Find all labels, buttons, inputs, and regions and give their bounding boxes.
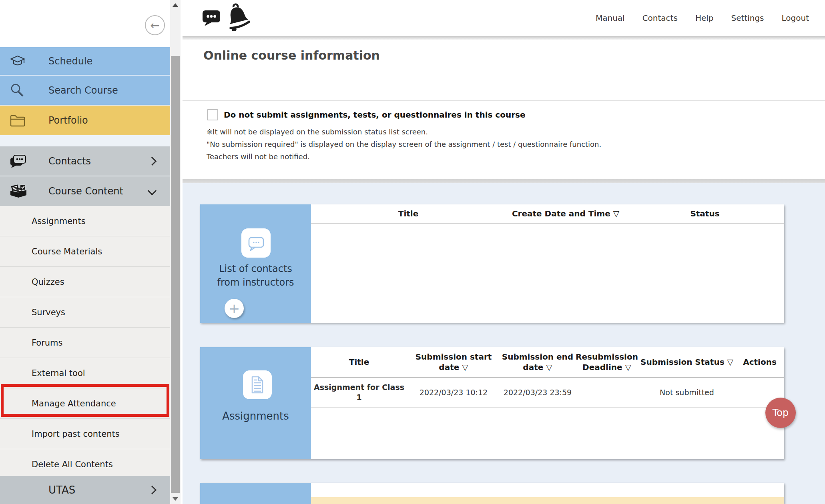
manage-attendance-highlight-box bbox=[1, 384, 169, 417]
scroll-to-top-button[interactable]: Top bbox=[765, 398, 796, 428]
sidebar-item-assignments[interactable]: Assignments bbox=[0, 206, 170, 236]
sidebar-scrollbar[interactable] bbox=[170, 0, 181, 504]
sidebar-gap bbox=[0, 135, 170, 146]
pending-row bbox=[311, 497, 784, 504]
contacts-from-instructors-card: List of contacts from instructors + Titl… bbox=[200, 204, 784, 323]
nav-help[interactable]: Help bbox=[695, 13, 714, 23]
sidebar-item-contacts[interactable]: Contacts bbox=[0, 146, 170, 176]
sub-item-label: Forums bbox=[32, 338, 63, 348]
assignment-row[interactable]: Assignment for Class 1 2022/03/23 10:12 … bbox=[311, 378, 784, 408]
options-section: Do not submit assignments, tests, or que… bbox=[183, 101, 825, 179]
content-box-icon bbox=[10, 184, 27, 198]
do-not-submit-checkbox[interactable] bbox=[207, 109, 218, 120]
col-title[interactable]: Title bbox=[311, 204, 506, 223]
screen: ← Schedule Search Course bbox=[0, 0, 825, 504]
sidebar-item-label: UTAS bbox=[48, 484, 75, 496]
plus-icon: + bbox=[229, 300, 240, 316]
cell-submission-status: Not submitted bbox=[638, 378, 735, 407]
sidebar-item-surveys[interactable]: Surveys bbox=[0, 297, 170, 328]
note-line: "No submission required" is displayed on… bbox=[207, 138, 601, 150]
sidebar: ← Schedule Search Course bbox=[0, 0, 170, 504]
chevron-right-icon bbox=[148, 156, 157, 166]
topbar-shadow bbox=[183, 36, 825, 40]
heading-section: Online course information bbox=[183, 40, 825, 101]
col-title[interactable]: Title bbox=[311, 347, 407, 377]
cell-title[interactable]: Assignment for Class 1 bbox=[311, 378, 407, 407]
sidebar-item-label: Contacts bbox=[48, 156, 91, 167]
options-notes: ※It will not be displayed on the submiss… bbox=[207, 126, 601, 163]
assignments-card-label: Assignments bbox=[200, 410, 311, 422]
triangle-up-icon bbox=[173, 3, 178, 7]
col-resubmission-deadline[interactable]: Resubmission Deadline ▽ bbox=[575, 347, 638, 377]
do-not-submit-label: Do not submit assignments, tests, or que… bbox=[224, 110, 526, 120]
contacts-card-label: List of contacts from instructors bbox=[200, 262, 311, 289]
sidebar-collapse-button[interactable]: ← bbox=[145, 15, 165, 35]
next-card-panel bbox=[200, 483, 311, 504]
scroll-down-button[interactable] bbox=[170, 494, 181, 504]
note-line: ※It will not be displayed on the submiss… bbox=[207, 126, 601, 138]
cell-submission-start: 2022/03/23 10:12 bbox=[407, 378, 500, 407]
section-separator bbox=[183, 179, 825, 183]
col-status[interactable]: Status bbox=[626, 204, 784, 223]
nav-logout[interactable]: Logout bbox=[782, 13, 809, 23]
sidebar-item-utas[interactable]: UTAS bbox=[0, 476, 170, 504]
speech-bubble-icon bbox=[10, 154, 27, 168]
note-line: Teachers will not be notified. bbox=[207, 150, 601, 163]
assignments-card: Assignments Title Submission start date … bbox=[200, 347, 784, 459]
top-button-label: Top bbox=[773, 407, 789, 418]
assignments-card-panel[interactable]: Assignments bbox=[200, 347, 311, 459]
nav-manual[interactable]: Manual bbox=[596, 13, 625, 23]
document-card-icon bbox=[243, 370, 272, 399]
speech-bubble-card-icon bbox=[241, 228, 271, 258]
label-line: List of contacts bbox=[200, 262, 311, 276]
assignments-table-header: Title Submission start date ▽ Submission… bbox=[311, 347, 784, 378]
sub-item-label: Surveys bbox=[32, 308, 65, 317]
sidebar-item-course-materials[interactable]: Course Materials bbox=[0, 236, 170, 267]
cell-resubmission-deadline bbox=[575, 378, 638, 407]
sidebar-item-label: Portfolio bbox=[48, 115, 88, 126]
sidebar-item-label: Schedule bbox=[48, 56, 92, 67]
course-content-submenu: Assignments Course Materials Quizzes Sur… bbox=[0, 206, 170, 480]
top-navigation: Manual Contacts Help Settings Logout bbox=[596, 0, 809, 36]
nav-contacts[interactable]: Contacts bbox=[642, 13, 678, 23]
magnifier-icon bbox=[10, 83, 25, 98]
sidebar-item-delete-all-contents[interactable]: Delete All Contents bbox=[0, 449, 170, 480]
graduation-cap-icon bbox=[10, 55, 26, 68]
sub-item-label: External tool bbox=[32, 368, 85, 378]
sidebar-item-search-course[interactable]: Search Course bbox=[0, 76, 170, 106]
sub-item-label: Quizzes bbox=[32, 277, 64, 287]
contacts-card-panel[interactable]: List of contacts from instructors + bbox=[200, 204, 311, 323]
page-title: Online course information bbox=[203, 48, 380, 62]
sidebar-item-forums[interactable]: Forums bbox=[0, 328, 170, 358]
sidebar-item-portfolio[interactable]: Portfolio bbox=[0, 106, 170, 135]
sub-item-label: Course Materials bbox=[32, 247, 102, 256]
chevron-down-icon bbox=[148, 186, 157, 196]
folder-icon bbox=[10, 114, 26, 127]
sidebar-item-quizzes[interactable]: Quizzes bbox=[0, 267, 170, 297]
bell-icon[interactable] bbox=[225, 3, 250, 33]
contacts-table-header: Title Create Date and Time ▽ Status bbox=[311, 204, 784, 224]
col-actions[interactable]: Actions bbox=[735, 347, 784, 377]
col-submission-end[interactable]: Submission end date ▽ bbox=[500, 347, 575, 377]
next-card-partial bbox=[200, 483, 784, 504]
label-line: from instructors bbox=[200, 276, 311, 289]
col-submission-status[interactable]: Submission Status ▽ bbox=[638, 347, 735, 377]
sidebar-item-import-past-contents[interactable]: Import past contents bbox=[0, 419, 170, 449]
triangle-down-icon bbox=[173, 497, 178, 501]
sidebar-item-label: Course Content bbox=[48, 186, 123, 197]
add-contact-button[interactable]: + bbox=[225, 299, 244, 318]
col-submission-start[interactable]: Submission start date ▽ bbox=[407, 347, 500, 377]
chat-icon[interactable] bbox=[202, 10, 221, 28]
chevron-right-icon bbox=[148, 486, 157, 495]
col-create-date[interactable]: Create Date and Time ▽ bbox=[506, 204, 626, 223]
sidebar-item-course-content[interactable]: Course Content bbox=[0, 176, 170, 207]
sidebar-item-schedule[interactable]: Schedule bbox=[0, 47, 170, 76]
sub-item-label: Delete All Contents bbox=[32, 460, 113, 469]
cell-submission-end: 2022/03/23 23:59 bbox=[500, 378, 575, 407]
topbar: Manual Contacts Help Settings Logout bbox=[183, 0, 825, 36]
scroll-up-button[interactable] bbox=[170, 0, 181, 10]
sidebar-item-label: Search Course bbox=[48, 85, 118, 96]
sub-item-label: Import past contents bbox=[32, 429, 120, 439]
nav-settings[interactable]: Settings bbox=[731, 13, 764, 23]
scrollbar-thumb[interactable] bbox=[171, 56, 180, 493]
